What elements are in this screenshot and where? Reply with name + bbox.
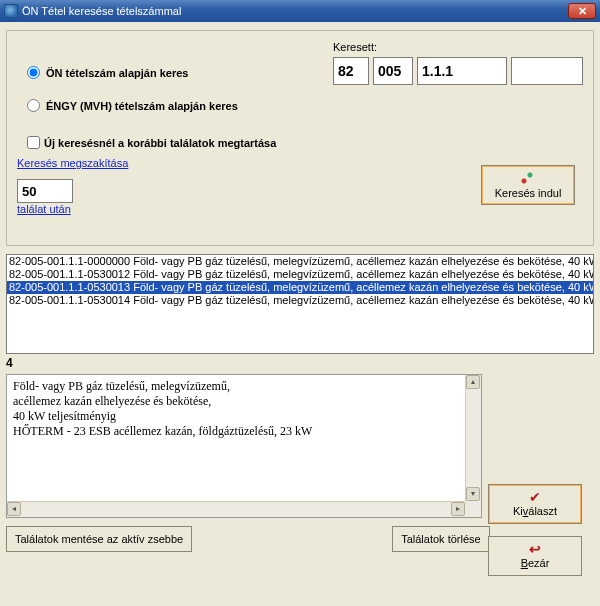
radio-on-label: ÖN tételszám alapján keres [46, 67, 188, 79]
start-search-button[interactable]: Keresés indul [481, 165, 575, 205]
clear-results-label: Találatok törlése [401, 533, 481, 545]
check-icon: ✔ [529, 491, 541, 503]
clear-results-button[interactable]: Találatok törlése [392, 526, 490, 552]
radio-engy-label: ÉNGY (MVH) tételszám alapján keres [46, 100, 238, 112]
keep-previous-checkbox-row[interactable]: Új keresésnél a korábbi találatok megtar… [17, 136, 583, 149]
detail-text: Föld- vagy PB gáz tüzelésű, melegvízüzem… [7, 375, 481, 443]
results-row[interactable]: 82-005-001.1.1-0530012 Föld- vagy PB gáz… [7, 268, 593, 281]
keresett-fields [333, 57, 583, 85]
window-title: ÖN Tétel keresése tételszámmal [22, 5, 181, 17]
keresett-field-4[interactable] [511, 57, 583, 85]
radio-on-tetelszam[interactable]: ÖN tételszám alapján keres [17, 66, 333, 79]
scroll-corner [465, 501, 481, 517]
keresett-field-1[interactable] [333, 57, 369, 85]
results-row[interactable]: 82-005-001.1.1-0530013 Föld- vagy PB gáz… [7, 281, 593, 294]
keresett-field-3[interactable] [417, 57, 507, 85]
detail-textarea[interactable]: Föld- vagy PB gáz tüzelésű, melegvízüzem… [6, 374, 482, 518]
title-bar: ÖN Tétel keresése tételszámmal ✕ [0, 0, 600, 22]
select-button[interactable]: ✔ Kiválaszt [488, 484, 582, 524]
abort-search-link[interactable]: Keresés megszakítása [17, 157, 128, 169]
close-button[interactable]: ↩ Bezár [488, 536, 582, 576]
start-search-label: Keresés indul [495, 187, 562, 199]
results-row[interactable]: 82-005-001.1.1-0000000 Föld- vagy PB gáz… [7, 255, 593, 268]
result-limit-label-link[interactable]: találat után [17, 203, 71, 215]
radio-engy-tetelszam[interactable]: ÉNGY (MVH) tételszám alapján keres [17, 99, 333, 112]
save-results-button[interactable]: Találatok mentése az aktív zsebbe [6, 526, 192, 552]
results-row[interactable]: 82-005-001.1.1-0530014 Föld- vagy PB gáz… [7, 294, 593, 307]
scrollbar-horizontal[interactable]: ◂ ▸ [7, 501, 465, 517]
keresett-field-2[interactable] [373, 57, 413, 85]
search-icon [519, 171, 537, 185]
scroll-down-icon[interactable]: ▾ [466, 487, 480, 501]
close-button-label: Bezár [521, 557, 550, 569]
scroll-left-icon[interactable]: ◂ [7, 502, 21, 516]
results-list[interactable]: 82-005-001.1.1-0000000 Föld- vagy PB gáz… [6, 254, 594, 354]
scroll-right-icon[interactable]: ▸ [451, 502, 465, 516]
keresett-label: Keresett: [333, 41, 583, 53]
results-count: 4 [6, 356, 594, 370]
app-icon [4, 4, 18, 18]
result-limit-input[interactable] [17, 179, 73, 203]
select-button-label: Kiválaszt [513, 505, 557, 517]
search-panel: ÖN tételszám alapján keres ÉNGY (MVH) té… [6, 30, 594, 246]
close-window-button[interactable]: ✕ [568, 3, 596, 19]
radio-on-input[interactable] [27, 66, 40, 79]
scroll-up-icon[interactable]: ▴ [466, 375, 480, 389]
keep-previous-label: Új keresésnél a korábbi találatok megtar… [44, 137, 276, 149]
radio-engy-input[interactable] [27, 99, 40, 112]
undo-icon: ↩ [529, 543, 541, 555]
keep-previous-checkbox[interactable] [27, 136, 40, 149]
scrollbar-vertical[interactable]: ▴ ▾ [465, 375, 481, 501]
